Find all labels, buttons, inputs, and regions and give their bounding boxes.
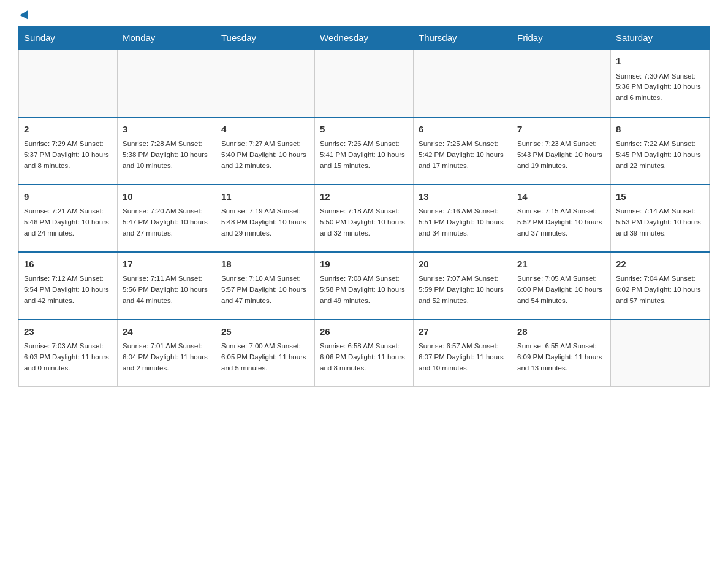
- calendar-cell: 8Sunrise: 7:22 AM Sunset: 5:45 PM Daylig…: [611, 117, 710, 185]
- calendar-cell: 10Sunrise: 7:20 AM Sunset: 5:47 PM Dayli…: [118, 185, 216, 252]
- day-number: 3: [123, 123, 211, 137]
- calendar-week-row: 16Sunrise: 7:12 AM Sunset: 5:54 PM Dayli…: [19, 252, 710, 320]
- calendar-cell: 20Sunrise: 7:07 AM Sunset: 5:59 PM Dayli…: [414, 252, 512, 320]
- calendar-cell: 14Sunrise: 7:15 AM Sunset: 5:52 PM Dayli…: [512, 185, 611, 252]
- day-info: Sunrise: 7:00 AM Sunset: 6:05 PM Dayligh…: [221, 341, 309, 373]
- day-of-week-header: Thursday: [414, 26, 512, 50]
- day-info: Sunrise: 7:18 AM Sunset: 5:50 PM Dayligh…: [320, 206, 408, 239]
- day-number: 27: [419, 325, 507, 339]
- calendar-cell: [512, 50, 611, 117]
- calendar-cell: 1Sunrise: 7:30 AM Sunset: 5:36 PM Daylig…: [611, 50, 710, 117]
- calendar-cell: 17Sunrise: 7:11 AM Sunset: 5:56 PM Dayli…: [118, 252, 216, 320]
- day-number: 19: [320, 258, 408, 272]
- day-number: 26: [320, 325, 408, 339]
- day-number: 4: [221, 123, 309, 137]
- calendar-cell: [118, 50, 216, 117]
- day-number: 6: [419, 123, 507, 137]
- day-number: 9: [24, 190, 112, 204]
- calendar-cell: 12Sunrise: 7:18 AM Sunset: 5:50 PM Dayli…: [315, 185, 414, 252]
- calendar-cell: [216, 50, 315, 117]
- day-info: Sunrise: 7:19 AM Sunset: 5:48 PM Dayligh…: [221, 206, 309, 239]
- day-info: Sunrise: 7:28 AM Sunset: 5:38 PM Dayligh…: [123, 139, 211, 171]
- day-number: 8: [616, 123, 704, 137]
- day-info: Sunrise: 6:57 AM Sunset: 6:07 PM Dayligh…: [419, 341, 507, 373]
- calendar-cell: 16Sunrise: 7:12 AM Sunset: 5:54 PM Dayli…: [19, 252, 118, 320]
- day-of-week-header: Monday: [118, 26, 216, 50]
- day-number: 10: [123, 190, 211, 204]
- day-info: Sunrise: 7:15 AM Sunset: 5:52 PM Dayligh…: [517, 206, 605, 239]
- day-number: 7: [517, 123, 605, 137]
- calendar-cell: 6Sunrise: 7:25 AM Sunset: 5:42 PM Daylig…: [414, 117, 512, 185]
- day-number: 22: [616, 258, 704, 272]
- day-info: Sunrise: 7:16 AM Sunset: 5:51 PM Dayligh…: [419, 206, 507, 239]
- day-info: Sunrise: 6:58 AM Sunset: 6:06 PM Dayligh…: [320, 341, 408, 373]
- day-info: Sunrise: 7:04 AM Sunset: 6:02 PM Dayligh…: [616, 274, 704, 306]
- calendar-header-row: SundayMondayTuesdayWednesdayThursdayFrid…: [19, 26, 710, 50]
- day-info: Sunrise: 7:07 AM Sunset: 5:59 PM Dayligh…: [419, 274, 507, 306]
- calendar-cell: [315, 50, 414, 117]
- calendar-cell: 9Sunrise: 7:21 AM Sunset: 5:46 PM Daylig…: [19, 185, 118, 252]
- calendar-week-row: 23Sunrise: 7:03 AM Sunset: 6:03 PM Dayli…: [19, 320, 710, 387]
- day-info: Sunrise: 7:20 AM Sunset: 5:47 PM Dayligh…: [123, 206, 211, 239]
- calendar-cell: 28Sunrise: 6:55 AM Sunset: 6:09 PM Dayli…: [512, 320, 611, 387]
- calendar-cell: 2Sunrise: 7:29 AM Sunset: 5:37 PM Daylig…: [19, 117, 118, 185]
- day-info: Sunrise: 7:08 AM Sunset: 5:58 PM Dayligh…: [320, 274, 408, 306]
- day-info: Sunrise: 7:21 AM Sunset: 5:46 PM Dayligh…: [24, 206, 112, 239]
- day-of-week-header: Friday: [512, 26, 611, 50]
- day-info: Sunrise: 7:30 AM Sunset: 5:36 PM Dayligh…: [616, 71, 704, 104]
- calendar-cell: 3Sunrise: 7:28 AM Sunset: 5:38 PM Daylig…: [118, 117, 216, 185]
- calendar-week-row: 9Sunrise: 7:21 AM Sunset: 5:46 PM Daylig…: [19, 185, 710, 252]
- day-info: Sunrise: 7:22 AM Sunset: 5:45 PM Dayligh…: [616, 139, 704, 171]
- calendar-cell: 7Sunrise: 7:23 AM Sunset: 5:43 PM Daylig…: [512, 117, 611, 185]
- day-number: 14: [517, 190, 605, 204]
- calendar-cell: 19Sunrise: 7:08 AM Sunset: 5:58 PM Dayli…: [315, 252, 414, 320]
- calendar-cell: [611, 320, 710, 387]
- page-header: [18, 12, 710, 20]
- day-number: 25: [221, 325, 309, 339]
- calendar-week-row: 2Sunrise: 7:29 AM Sunset: 5:37 PM Daylig…: [19, 117, 710, 185]
- day-of-week-header: Saturday: [611, 26, 710, 50]
- day-number: 24: [123, 325, 211, 339]
- day-info: Sunrise: 7:25 AM Sunset: 5:42 PM Dayligh…: [419, 139, 507, 171]
- calendar-table: SundayMondayTuesdayWednesdayThursdayFrid…: [18, 26, 710, 387]
- day-info: Sunrise: 7:26 AM Sunset: 5:41 PM Dayligh…: [320, 139, 408, 171]
- calendar-cell: 22Sunrise: 7:04 AM Sunset: 6:02 PM Dayli…: [611, 252, 710, 320]
- day-number: 12: [320, 190, 408, 204]
- calendar-cell: 18Sunrise: 7:10 AM Sunset: 5:57 PM Dayli…: [216, 252, 315, 320]
- calendar-cell: 4Sunrise: 7:27 AM Sunset: 5:40 PM Daylig…: [216, 117, 315, 185]
- calendar-cell: 27Sunrise: 6:57 AM Sunset: 6:07 PM Dayli…: [414, 320, 512, 387]
- calendar-cell: 5Sunrise: 7:26 AM Sunset: 5:41 PM Daylig…: [315, 117, 414, 185]
- day-number: 11: [221, 190, 309, 204]
- day-info: Sunrise: 7:27 AM Sunset: 5:40 PM Dayligh…: [221, 139, 309, 171]
- day-number: 2: [24, 123, 112, 137]
- calendar-cell: 21Sunrise: 7:05 AM Sunset: 6:00 PM Dayli…: [512, 252, 611, 320]
- day-number: 17: [123, 258, 211, 272]
- day-number: 21: [517, 258, 605, 272]
- day-of-week-header: Tuesday: [216, 26, 315, 50]
- calendar-cell: 15Sunrise: 7:14 AM Sunset: 5:53 PM Dayli…: [611, 185, 710, 252]
- day-number: 18: [221, 258, 309, 272]
- day-number: 15: [616, 190, 704, 204]
- calendar-week-row: 1Sunrise: 7:30 AM Sunset: 5:36 PM Daylig…: [19, 50, 710, 117]
- day-number: 5: [320, 123, 408, 137]
- day-number: 16: [24, 258, 112, 272]
- logo-triangle-icon: [20, 10, 32, 21]
- day-number: 13: [419, 190, 507, 204]
- calendar-cell: 26Sunrise: 6:58 AM Sunset: 6:06 PM Dayli…: [315, 320, 414, 387]
- day-info: Sunrise: 7:10 AM Sunset: 5:57 PM Dayligh…: [221, 274, 309, 306]
- day-number: 28: [517, 325, 605, 339]
- day-number: 20: [419, 258, 507, 272]
- calendar-cell: 13Sunrise: 7:16 AM Sunset: 5:51 PM Dayli…: [414, 185, 512, 252]
- calendar-cell: 25Sunrise: 7:00 AM Sunset: 6:05 PM Dayli…: [216, 320, 315, 387]
- calendar-cell: 23Sunrise: 7:03 AM Sunset: 6:03 PM Dayli…: [19, 320, 118, 387]
- calendar-cell: 11Sunrise: 7:19 AM Sunset: 5:48 PM Dayli…: [216, 185, 315, 252]
- day-info: Sunrise: 7:11 AM Sunset: 5:56 PM Dayligh…: [123, 274, 211, 306]
- day-info: Sunrise: 7:05 AM Sunset: 6:00 PM Dayligh…: [517, 274, 605, 306]
- calendar-cell: 24Sunrise: 7:01 AM Sunset: 6:04 PM Dayli…: [118, 320, 216, 387]
- day-info: Sunrise: 7:03 AM Sunset: 6:03 PM Dayligh…: [24, 341, 112, 373]
- day-info: Sunrise: 7:01 AM Sunset: 6:04 PM Dayligh…: [123, 341, 211, 373]
- day-number: 23: [24, 325, 112, 339]
- day-info: Sunrise: 7:12 AM Sunset: 5:54 PM Dayligh…: [24, 274, 112, 306]
- day-info: Sunrise: 7:14 AM Sunset: 5:53 PM Dayligh…: [616, 206, 704, 239]
- day-number: 1: [616, 55, 704, 69]
